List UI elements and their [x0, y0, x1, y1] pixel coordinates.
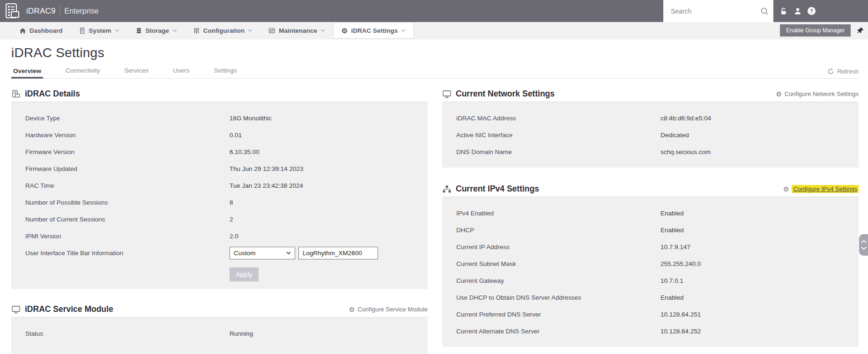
- nav-label: Maintenance: [279, 27, 317, 34]
- detail-row: Current Gateway10.7.0.1: [456, 272, 849, 289]
- service-module-body: StatusRunning: [11, 317, 428, 354]
- detail-row: Active NIC InterfaceDedicated: [456, 126, 849, 143]
- row-label: iDRAC MAC Address: [456, 115, 660, 122]
- pin-icon[interactable]: [856, 27, 864, 35]
- chevron-down-icon[interactable]: [861, 246, 867, 250]
- chevron-down-icon: [248, 29, 252, 32]
- row-label: DNS Domain Name: [456, 148, 660, 155]
- row-label: Current Alternate DNS Server: [456, 328, 660, 335]
- user-icon[interactable]: [794, 7, 802, 15]
- enable-group-manager-button[interactable]: Enable Group Manager: [780, 24, 851, 37]
- chevron-down-icon: [172, 29, 177, 32]
- configure-ipv4-settings-link[interactable]: ⚙ Configure IPv4 Settings: [783, 185, 859, 193]
- brand-divider: [60, 7, 60, 16]
- title-bar-mode-select[interactable]: Custom: [230, 247, 295, 259]
- row-value: Dedicated: [660, 132, 849, 139]
- detail-row: IPv4 EnabledEnabled: [456, 205, 849, 221]
- row-label: Current Subnet Mask: [456, 260, 660, 267]
- chevron-up-icon[interactable]: [861, 240, 867, 243]
- row-value: c8:4b:d6:9d:e5:04: [660, 115, 849, 122]
- row-value: 2.0: [230, 233, 418, 240]
- row-value: 255.255.240.0: [660, 260, 849, 267]
- row-value: Running: [230, 330, 418, 337]
- left-column: iDRAC Details Device Type16G Monolithic …: [11, 86, 428, 354]
- network-tree-icon: [442, 185, 452, 193]
- maintenance-icon: [268, 27, 275, 34]
- row-label: Number of Possible Sessions: [25, 199, 230, 206]
- search-box[interactable]: [663, 0, 773, 22]
- row-value: schq.secious.com: [660, 148, 849, 155]
- row-label: Number of Current Sessions: [25, 216, 230, 223]
- search-input[interactable]: [670, 7, 760, 15]
- server-logo-icon: [3, 2, 21, 20]
- chevron-down-icon: [115, 29, 119, 32]
- tab-overview[interactable]: Overview: [11, 67, 43, 79]
- gear-icon: ⚙: [341, 27, 348, 34]
- tab-settings[interactable]: Settings: [212, 67, 239, 78]
- detail-row: Current IP Address10.7.9.147: [456, 238, 849, 255]
- right-column: Current Network Settings ⚙ Configure Net…: [442, 86, 859, 354]
- apply-button[interactable]: Apply: [230, 267, 259, 281]
- action-label-highlighted[interactable]: Configure IPv4 Settings: [792, 185, 859, 193]
- idrac-details-body: Device Type16G Monolithic Hardware Versi…: [11, 102, 428, 289]
- title-bar-info-row: User Interface Title Bar Information Cus…: [25, 244, 418, 261]
- ipv4-settings-body: IPv4 EnabledEnabled DHCPEnabled Current …: [442, 197, 859, 347]
- row-label: IPv4 Enabled: [456, 210, 660, 217]
- nav-item-storage[interactable]: Storage: [127, 22, 185, 39]
- row-label: Status: [25, 330, 230, 337]
- nav-item-dashboard[interactable]: Dashboard: [11, 22, 71, 39]
- row-label: Current Preferred DNS Server: [456, 311, 660, 318]
- row-value: 10.128.64.252: [660, 328, 849, 335]
- nav-label: Dashboard: [30, 27, 63, 34]
- detail-row: Use DHCP to Obtain DNS Server AddressesE…: [456, 289, 849, 306]
- nav-label: Configuration: [203, 27, 245, 34]
- row-label: Device Type: [25, 115, 230, 122]
- nav-item-configuration[interactable]: Configuration: [185, 22, 260, 39]
- tab-services[interactable]: Services: [123, 67, 151, 78]
- help-icon[interactable]: ?: [808, 7, 816, 15]
- configure-network-settings-link[interactable]: ⚙ Configure Network Settings: [776, 90, 859, 97]
- nav-label: Storage: [146, 27, 169, 34]
- row-value: Enabled: [660, 294, 849, 301]
- lock-open-icon[interactable]: [779, 7, 788, 15]
- row-label: Current Gateway: [456, 277, 660, 284]
- row-label: Use DHCP to Obtain DNS Server Addresses: [456, 294, 660, 301]
- tab-users[interactable]: Users: [171, 67, 191, 78]
- nav-item-idrac-settings[interactable]: ⚙ iDRAC Settings: [333, 22, 414, 39]
- monitor-icon: [442, 90, 452, 98]
- detail-row: RAC TimeTue Jan 23 23:42:38 2024: [25, 177, 418, 194]
- detail-row: Current Alternate DNS Server10.128.64.25…: [456, 323, 849, 339]
- detail-row: DNS Domain Nameschq.secious.com: [456, 143, 849, 160]
- row-value: 16G Monolithic: [230, 115, 418, 122]
- nav-item-system[interactable]: System: [71, 22, 127, 39]
- scroll-control[interactable]: [859, 234, 868, 256]
- row-value: 6.10.35.00: [230, 148, 418, 155]
- configuration-icon: [193, 27, 200, 34]
- refresh-button[interactable]: Refresh: [827, 68, 859, 75]
- nav-item-maintenance[interactable]: Maintenance: [260, 22, 333, 39]
- row-label: IPMI Version: [25, 233, 230, 240]
- row-label: Firmware Version: [25, 148, 230, 155]
- detail-row: Firmware UpdatedThu Jun 29 12:39:14 2023: [25, 160, 418, 177]
- configure-service-module-link[interactable]: ⚙ Configure Service Module: [349, 306, 428, 313]
- nav-label: iDRAC Settings: [351, 27, 398, 34]
- ipv4-settings-header: Current IPv4 Settings ⚙ Configure IPv4 S…: [442, 181, 859, 197]
- row-value: Thu Jun 29 12:39:14 2023: [230, 165, 418, 172]
- row-label: Current IP Address: [456, 243, 660, 251]
- row-value: 0.01: [230, 132, 418, 139]
- network-settings-body: iDRAC MAC Addressc8:4b:d6:9d:e5:04 Activ…: [442, 102, 859, 168]
- detail-row: DHCPEnabled: [456, 221, 849, 238]
- section-title: iDRAC Service Module: [25, 304, 113, 314]
- gear-icon: ⚙: [783, 186, 789, 192]
- row-value: Enabled: [660, 210, 849, 217]
- row-label: Active NIC Interface: [456, 132, 660, 139]
- detail-row: Device Type16G Monolithic: [25, 110, 418, 126]
- title-bar-text-input[interactable]: [298, 247, 378, 259]
- tab-connectivity[interactable]: Connectivity: [64, 67, 102, 78]
- search-icon[interactable]: [760, 7, 769, 15]
- home-icon: [19, 27, 26, 34]
- server-icon: [11, 90, 21, 98]
- row-value: 2: [230, 216, 418, 223]
- detail-row: Current Subnet Mask255.255.240.0: [456, 255, 849, 272]
- detail-row: Number of Current Sessions2: [25, 211, 418, 228]
